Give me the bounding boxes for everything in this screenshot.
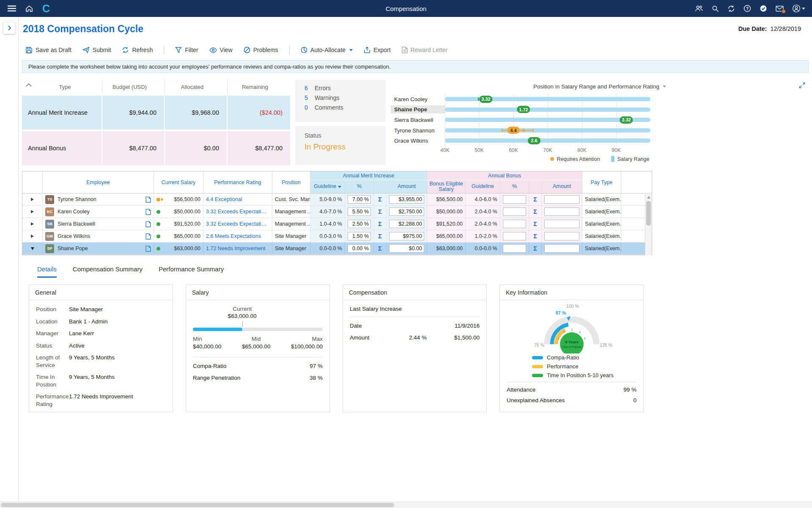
employee-row-selected[interactable]: SPShaine Pope $63,000.00 1.72 Needs Impr… — [22, 243, 652, 255]
current-salary-header[interactable]: Current Salary — [154, 171, 203, 193]
employee-header[interactable]: Employee — [43, 171, 154, 193]
row-collapse-icon[interactable] — [31, 247, 34, 250]
merit-percent-header[interactable]: % — [345, 180, 374, 193]
note-icon[interactable] — [145, 196, 151, 203]
row-expander-icon[interactable] — [31, 222, 34, 226]
row-expander-icon[interactable] — [31, 235, 34, 238]
approvals-check-icon[interactable] — [760, 5, 767, 12]
pay-type-header[interactable]: Pay Type — [582, 171, 621, 193]
merit-amount-input[interactable] — [389, 244, 424, 253]
tab-performance-summary[interactable]: Performance Summary — [159, 265, 224, 278]
submit-button[interactable]: Submit — [82, 47, 111, 53]
bonus-eligible-salary-header[interactable]: Bonus Eligible Salary — [427, 180, 466, 193]
employee-row[interactable]: KCKaren Cooley $50,000.00 3.32 Exceeds E… — [22, 206, 652, 218]
collapse-section-chevron-icon[interactable] — [25, 83, 32, 87]
scrollbar-thumb[interactable] — [1, 503, 394, 507]
performance-rating-header[interactable]: Performance Rating — [203, 171, 272, 193]
performance-rating-link[interactable]: 1.72 Needs Improvement — [206, 246, 265, 251]
sum-icon[interactable]: Σ — [533, 233, 537, 240]
help-icon[interactable]: ? — [743, 5, 751, 12]
bonus-guideline-header[interactable]: Guideline — [466, 180, 500, 193]
bonus-percent-input[interactable] — [503, 207, 526, 216]
rating-badge[interactable]: 3.32 — [479, 96, 492, 103]
bonus-amount-input[interactable] — [544, 220, 579, 228]
save-as-draft-button[interactable]: Save as Draft — [25, 47, 71, 54]
scroll-up-arrow-icon[interactable] — [647, 196, 650, 199]
bonus-amount-input[interactable] — [544, 244, 579, 253]
sum-icon[interactable]: Σ — [533, 208, 537, 215]
note-icon[interactable] — [145, 246, 151, 252]
export-button[interactable]: Export — [364, 47, 390, 53]
chart-expand-icon[interactable] — [799, 82, 805, 88]
merit-amount-input[interactable] — [389, 232, 424, 240]
performance-rating-link[interactable]: 3.32 Exceeds Expectations — [206, 209, 269, 215]
note-icon[interactable] — [145, 233, 151, 240]
merit-amount-input[interactable] — [389, 207, 424, 216]
sum-icon[interactable]: Σ — [378, 245, 381, 252]
chart-title-caret-icon[interactable] — [663, 86, 666, 88]
rating-badge[interactable]: 3.32 — [620, 116, 633, 124]
bonus-percent-input[interactable] — [503, 244, 526, 253]
auto-allocate-button[interactable]: Auto-Allocate — [301, 47, 353, 53]
position-header[interactable]: Position — [272, 171, 310, 193]
horizontal-scrollbar[interactable] — [0, 502, 812, 508]
refresh-button[interactable]: Refresh — [122, 47, 153, 53]
bonus-amount-input[interactable] — [544, 232, 579, 240]
sum-icon[interactable]: Σ — [378, 196, 381, 203]
comments-row[interactable]: 0 Comments — [304, 104, 386, 111]
employee-row[interactable]: GWGrace Wilkins $65,000.00 2.6 Meets Exp… — [22, 230, 652, 243]
grid-vertical-scrollbar[interactable] — [645, 194, 652, 255]
merit-percent-input[interactable] — [348, 232, 371, 240]
panel-expand-button[interactable] — [3, 22, 15, 34]
employee-row[interactable]: SBSierra Blackwell $91,520.00 3.32 Excee… — [22, 218, 652, 230]
tab-compensation-summary[interactable]: Compensation Summary — [73, 265, 143, 278]
bonus-amount-header[interactable]: Amount — [542, 180, 582, 193]
messages-icon[interactable] — [776, 6, 784, 12]
merit-guideline-header[interactable]: Guideline — [310, 180, 345, 193]
sum-icon[interactable]: Σ — [533, 196, 537, 203]
app-logo[interactable]: C — [42, 3, 50, 14]
home-icon[interactable] — [25, 5, 33, 12]
sum-icon[interactable]: Σ — [533, 221, 537, 227]
merit-percent-input[interactable] — [348, 195, 371, 204]
merit-percent-input[interactable] — [348, 207, 371, 216]
view-button[interactable]: View — [209, 47, 233, 53]
sum-icon[interactable]: Σ — [378, 233, 381, 240]
bonus-percent-header[interactable]: % — [500, 180, 529, 193]
hamburger-menu-icon[interactable] — [8, 5, 16, 12]
performance-rating-link[interactable]: 4.4 Exceptional — [206, 196, 242, 202]
reward-letter-button[interactable]: Reward Letter — [402, 47, 448, 53]
sum-icon[interactable]: Σ — [533, 245, 537, 252]
merit-percent-input[interactable] — [348, 220, 371, 228]
rating-badge[interactable]: 1.72 — [517, 106, 530, 113]
bonus-amount-input[interactable] — [544, 195, 579, 204]
rating-badge[interactable]: 2.6 — [528, 137, 540, 144]
performance-rating-link[interactable]: 2.6 Meets Expectations — [206, 233, 261, 239]
merit-amount-input[interactable] — [389, 220, 424, 228]
warnings-row[interactable]: 5 Warnings — [304, 94, 386, 101]
profile-icon[interactable] — [792, 4, 805, 13]
problems-button[interactable]: Problems — [244, 47, 278, 53]
people-icon[interactable] — [695, 5, 703, 12]
rating-badge[interactable]: 4.4 — [507, 127, 520, 134]
sum-icon[interactable]: Σ — [378, 221, 381, 227]
bonus-amount-input[interactable] — [544, 207, 579, 216]
tab-details[interactable]: Details — [37, 265, 57, 278]
bonus-percent-input[interactable] — [503, 232, 526, 240]
merit-amount-header[interactable]: Amount — [387, 180, 427, 193]
errors-row[interactable]: 6 Errors — [304, 85, 386, 91]
row-expander-icon[interactable] — [31, 198, 34, 201]
employee-row[interactable]: TSTyrone Shannon $56,500.00 4.4 Exceptio… — [22, 193, 652, 206]
sum-icon[interactable]: Σ — [378, 208, 381, 215]
performance-rating-link[interactable]: 3.32 Exceeds Expectations — [206, 221, 269, 227]
merit-percent-input[interactable] — [348, 244, 371, 253]
filter-button[interactable]: Filter — [175, 47, 198, 53]
note-icon[interactable] — [145, 209, 151, 215]
row-expander-icon[interactable] — [31, 210, 34, 213]
search-icon[interactable] — [712, 5, 719, 12]
guideline-filter-caret-icon[interactable] — [338, 186, 341, 188]
refresh-sync-icon[interactable] — [727, 5, 735, 12]
merit-amount-input[interactable] — [389, 195, 424, 204]
bonus-percent-input[interactable] — [503, 220, 526, 228]
note-icon[interactable] — [145, 221, 151, 227]
